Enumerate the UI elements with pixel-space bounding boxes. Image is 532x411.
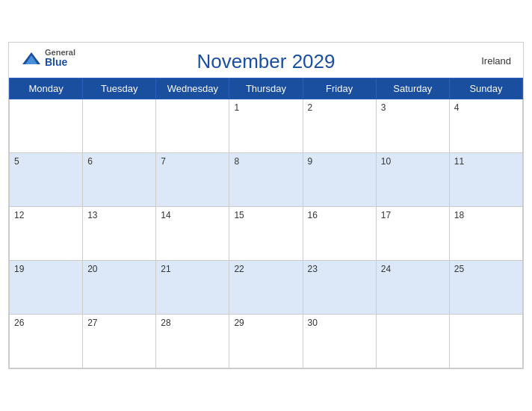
table-row: 1234 (10, 99, 523, 153)
calendar-cell (10, 99, 83, 153)
day-number: 1 (234, 102, 239, 113)
day-number: 9 (308, 156, 313, 167)
day-number: 22 (234, 264, 244, 274)
calendar-cell: 12 (10, 207, 83, 261)
day-number: 14 (161, 210, 170, 220)
calendar-cell (156, 99, 229, 153)
calendar-cell: 30 (303, 315, 376, 368)
table-row: 12131415161718 (10, 207, 523, 261)
day-number: 13 (87, 210, 97, 220)
calendar-cell: 20 (83, 261, 156, 315)
calendar: General Blue November 2029 Ireland Monda… (8, 42, 524, 369)
day-number: 10 (381, 156, 391, 167)
col-thursday: Thursday (229, 78, 303, 99)
table-row: 19202122232425 (10, 261, 523, 315)
day-number: 15 (234, 210, 244, 220)
day-number: 27 (87, 318, 97, 328)
calendar-cell: 9 (303, 153, 376, 207)
calendar-cell: 27 (83, 315, 156, 368)
day-number: 3 (381, 102, 386, 113)
day-number: 30 (308, 318, 318, 328)
day-number: 29 (234, 318, 244, 328)
day-number: 20 (87, 264, 97, 274)
table-row: 567891011 (10, 153, 523, 207)
day-number: 4 (454, 102, 460, 113)
country-label: Ireland (481, 55, 511, 66)
day-number: 28 (161, 318, 170, 328)
day-number: 16 (308, 210, 318, 220)
calendar-cell: 22 (229, 261, 303, 315)
calendar-cell: 11 (449, 153, 522, 207)
col-friday: Friday (303, 78, 376, 99)
calendar-table: Monday Tuesday Wednesday Thursday Friday… (9, 78, 523, 368)
col-wednesday: Wednesday (156, 78, 229, 99)
logo-icon (21, 51, 42, 66)
calendar-cell: 16 (303, 207, 376, 261)
col-tuesday: Tuesday (83, 78, 156, 99)
calendar-cell: 5 (10, 153, 83, 207)
day-number: 5 (14, 156, 19, 167)
calendar-cell: 24 (376, 261, 449, 315)
calendar-cell (449, 315, 522, 368)
col-sunday: Sunday (449, 78, 522, 99)
calendar-cell: 10 (376, 153, 449, 207)
day-number: 17 (381, 210, 391, 220)
calendar-cell: 18 (449, 207, 522, 261)
calendar-cell: 4 (449, 99, 522, 153)
calendar-cell: 14 (156, 207, 229, 261)
calendar-cell: 19 (10, 261, 83, 315)
day-number: 26 (14, 318, 24, 328)
day-number: 12 (14, 210, 24, 220)
day-number: 8 (234, 156, 239, 167)
day-number: 19 (14, 264, 24, 274)
day-number: 2 (308, 102, 313, 113)
calendar-cell: 1 (229, 99, 303, 153)
weekday-header-row: Monday Tuesday Wednesday Thursday Friday… (10, 78, 523, 99)
calendar-cell: 25 (449, 261, 522, 315)
calendar-cell: 17 (376, 207, 449, 261)
col-monday: Monday (10, 78, 83, 99)
calendar-cell: 23 (303, 261, 376, 315)
day-number: 11 (454, 156, 464, 167)
day-number: 18 (454, 210, 464, 220)
calendar-cell: 8 (229, 153, 303, 207)
day-number: 7 (161, 156, 166, 167)
calendar-cell: 6 (83, 153, 156, 207)
col-saturday: Saturday (376, 78, 449, 99)
calendar-title: November 2029 (197, 50, 335, 73)
logo-blue-text: Blue (45, 57, 75, 67)
table-row: 2627282930 (10, 315, 523, 368)
calendar-header: General Blue November 2029 Ireland (9, 43, 523, 78)
calendar-cell: 26 (10, 315, 83, 368)
day-number: 23 (308, 264, 318, 274)
calendar-cell: 13 (83, 207, 156, 261)
day-number: 24 (381, 264, 391, 274)
day-number: 21 (161, 264, 170, 274)
calendar-body: 1234567891011121314151617181920212223242… (10, 99, 523, 368)
calendar-cell: 3 (376, 99, 449, 153)
calendar-cell: 29 (229, 315, 303, 368)
calendar-cell: 21 (156, 261, 229, 315)
calendar-cell (376, 315, 449, 368)
calendar-cell: 7 (156, 153, 229, 207)
calendar-cell (83, 99, 156, 153)
calendar-cell: 15 (229, 207, 303, 261)
calendar-cell: 28 (156, 315, 229, 368)
day-number: 6 (87, 156, 93, 167)
calendar-cell: 2 (303, 99, 376, 153)
day-number: 25 (454, 264, 464, 274)
logo-area: General Blue (21, 49, 75, 67)
